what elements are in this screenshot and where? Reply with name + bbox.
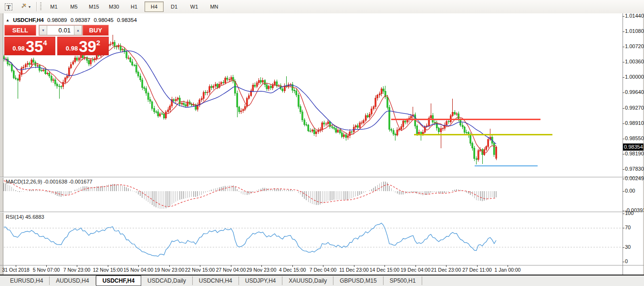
timeframe-button-m30[interactable]: M30 [104,1,124,12]
one-click-trading-panel: SELL ▼ 0.01 ▲ BUY 0.98 35 4 0.98 39 2 [4,25,109,55]
date-axis-separator [0,265,644,266]
buy-button[interactable]: BUY [83,25,109,36]
timeframe-button-m15[interactable]: M15 [84,1,104,12]
macd-axis-label: 0.00 [625,188,635,194]
date-axis-label: 14 Dec 15:00 [370,267,399,273]
chart-tab-eurusd[interactable]: EURUSD,H4 [4,276,50,285]
date-axis-label: 4 Dec 15:00 [279,267,306,273]
chart-tab-sp500[interactable]: SP500,H1 [384,276,423,285]
price-axis-label: 1.00720 [625,43,644,49]
price-axis-label-tick [623,31,624,32]
price-axis-label-tick [623,47,624,47]
buy-price-point: 2 [96,39,100,47]
rsi-label: RSI(14) 45.6883 [6,214,44,220]
price-axis-label: 1.01440 [625,13,644,19]
price-axis-label: 1.01080 [625,28,644,34]
text-tool-icon: T [5,3,13,10]
chart-tab-gbpusd[interactable]: GBPUSD,M15 [333,276,383,285]
price-axis-label-tick [623,108,624,109]
date-axis-label: 15 Nov 04:00 [124,267,153,273]
date-axis-label: 7 Nov 23:00 [63,267,91,273]
date-axis-label: 5 Nov 07:00 [33,267,60,273]
toolbar: T ▼ M1M5M15M30H1H4D1W1MN [0,0,644,14]
chart-tab-usdchf[interactable]: USDCHF,H4 [96,276,141,286]
date-axis-label: 19 Nov 23:00 [155,267,184,273]
sell-price-prefix: 0.98 [12,45,24,52]
macd-histogram [4,182,496,209]
ma-fast-line [4,45,496,153]
mt4-window: T ▼ M1M5M15M30H1H4D1W1MN ▲ US [0,0,644,286]
date-axis-label: 27 Dec 11:00 [462,267,492,273]
chart-tab-usdcad[interactable]: USDCAD,Daily [141,276,193,285]
panel-toggle-icon[interactable]: ▲ [6,18,10,22]
volume-input[interactable]: 0.01 [47,25,74,35]
chart-title: ▲ USDCHF,H4 0.98089 0.98387 0.98045 0.98… [6,17,139,23]
volume-decrease-button[interactable]: ▼ [39,25,47,35]
price-axis-label: 1.00000 [625,74,644,80]
price-axis-label: 0.98910 [625,120,644,126]
swap-arrows-icon [21,2,27,11]
rsi-axis-label: 0 [625,258,628,264]
price-axis-label: 0.97830 [625,166,644,172]
date-axis-label: 7 Dec 04:00 [310,267,337,273]
rsi-axis-label-tick [623,214,624,214]
rsi-axis-label-tick [623,247,624,248]
sell-price-display[interactable]: 0.98 35 4 [4,37,55,55]
price-axis-label: 0.99270 [625,105,644,111]
pane-separator-highlight [0,212,644,213]
chart-tab-xauusd[interactable]: XAUUSD,Daily [282,276,333,285]
chart-styles-button[interactable]: ▼ [17,1,34,12]
macd-pane-canvas[interactable] [3,178,623,211]
timeframe-button-h1[interactable]: H1 [125,1,144,12]
price-axis-label: 0.99640 [625,89,644,95]
price-axis-label: 0.98550 [625,135,644,141]
timeframe-button-h4[interactable]: H4 [145,1,164,12]
rsi-axis-label-tick [623,228,624,228]
volume-increase-button[interactable]: ▲ [74,25,82,35]
window-left-border [0,13,3,275]
price-axis-label-tick [623,62,624,62]
chart-tabs-bar: EURUSD,H4AUDUSD,H4USDCHF,H4USDCAD,DailyU… [0,276,644,286]
chart-symbol: USDCHF,H4 [13,17,44,23]
date-axis-label: 19 Dec 04:00 [401,267,430,273]
timeframe-button-mn[interactable]: MN [205,1,224,12]
chart-tab-usdcnh[interactable]: USDCNH,H4 [193,276,239,285]
sell-price-point: 4 [43,39,47,47]
price-axis-label-tick [623,154,624,154]
timeframe-button-d1[interactable]: D1 [165,1,184,12]
macd-axis-label: 0.002492 [625,175,644,181]
toolbar-grip[interactable] [40,2,42,11]
chart-tab-audusd[interactable]: AUDUSD,H4 [50,276,95,285]
timeframe-button-group: M1M5M15M30H1H4D1W1MN [44,1,224,12]
rsi-axis-label: 30 [625,244,631,250]
sell-button[interactable]: SELL [4,25,36,36]
timeframe-button-m5[interactable]: M5 [64,1,83,12]
date-axis-label: 27 Nov 04:00 [216,267,246,273]
current-price-tag: 0.98354 [623,143,644,151]
rsi-axis-label: 100 [625,210,634,216]
price-axis-label-tick [623,139,624,139]
rsi-axis-label: 70 [625,225,631,230]
price-axis-label: 1.00360 [625,59,644,64]
timeframe-button-w1[interactable]: W1 [185,1,204,12]
ohlc-open: 0.98089 [47,17,67,23]
price-axis-label-tick [623,169,624,170]
price-axis-label-tick [623,92,624,93]
price-axis-label: 0.98190 [625,151,644,156]
buy-price-pips: 39 [79,40,96,53]
date-axis-label: 12 Nov 15:00 [93,267,123,273]
macd-axis-label-tick [623,211,624,211]
date-axis-label: 31 Oct 2018 [2,267,29,273]
timeframe-button-m1[interactable]: M1 [44,1,63,12]
chevron-down-icon: ▼ [28,5,31,9]
buy-price-display[interactable]: 0.98 39 2 [57,37,109,55]
text-tool-button[interactable]: T [1,1,16,12]
date-axis-label: 29 Nov 23:00 [247,267,276,273]
date-axis-label: 21 Dec 23:00 [431,267,461,273]
rsi-pane-canvas[interactable] [3,213,623,265]
volume-stepper: ▼ 0.01 ▲ [39,25,83,36]
ohlc-close: 0.98354 [117,17,137,23]
macd-label: MACD(12,26,9) -0.001638 -0.001677 [6,179,93,184]
date-axis-label: 1 Jan 00:00 [495,267,521,273]
chart-tab-usdjpy[interactable]: USDJPY,H4 [239,276,282,285]
